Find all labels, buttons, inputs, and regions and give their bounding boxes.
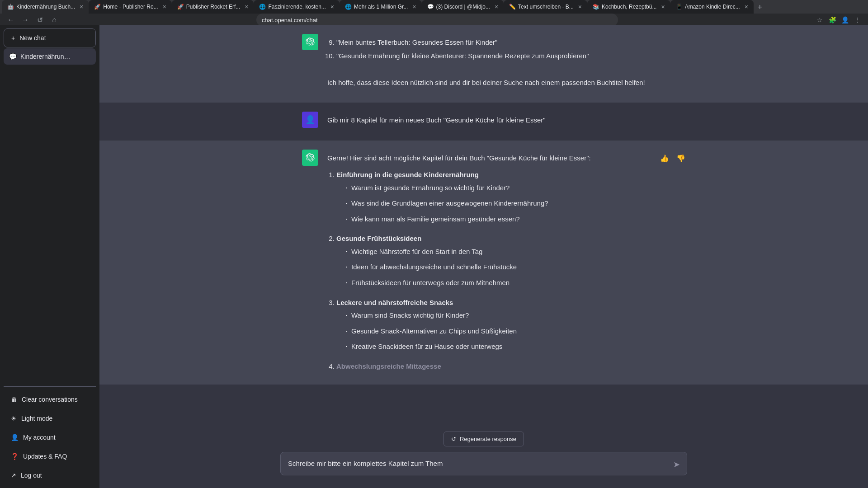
chapter-4: Abwechslungsreiche Mittagesse: [336, 361, 665, 372]
clear-icon: 🗑: [11, 396, 17, 403]
sidebar-bottom: 🗑 Clear conversations ☀ Light mode 👤 My …: [4, 386, 96, 484]
tab-publisher-home[interactable]: 🚀 Home - Publisher Ro... ×: [89, 0, 172, 14]
logout-icon: ↗: [11, 472, 16, 479]
tab-favicon-2: 🚀: [94, 4, 100, 10]
tab-title-7: Text umschreiben - B...: [518, 4, 574, 10]
tab-close-8[interactable]: ×: [661, 3, 665, 10]
refresh-button[interactable]: ↺: [34, 14, 45, 25]
tab-favicon-9: 📱: [676, 4, 682, 10]
tab-title-9: Amazon Kindle Direc...: [685, 4, 740, 10]
sidebar-item-updates[interactable]: ❓ Updates & FAQ: [4, 447, 96, 465]
new-chat-plus-icon: +: [11, 34, 15, 42]
send-icon: ➤: [673, 460, 680, 469]
tab-chatgpt[interactable]: 🤖 Kinderernährung Buch... ×: [2, 0, 89, 14]
message-row-prev-assistant: "Mein buntes Tellerbuch: Gesundes Essen …: [99, 25, 868, 103]
tab-close-5[interactable]: ×: [412, 3, 416, 10]
edit-chat-icon[interactable]: ✏: [77, 53, 82, 60]
user-message-content: Gib mir 8 Kapitel für mein neues Buch "G…: [327, 112, 665, 131]
message-row-user: 👤 Gib mir 8 Kapitel für mein neues Buch …: [99, 103, 868, 141]
back-button[interactable]: ←: [5, 14, 16, 25]
tab-close-7[interactable]: ×: [578, 3, 582, 10]
tab-close-4[interactable]: ×: [330, 3, 334, 10]
browser-toolbar: ← → ↺ ⌂ chat.openai.com/chat ☆ 🧩 👤 ⋮: [0, 14, 868, 26]
user-prompt-text: Gib mir 8 Kapitel für mein neues Buch "G…: [327, 114, 665, 126]
tab-favicon-8: 📚: [593, 4, 599, 10]
tab-favicon-7: ✏️: [509, 4, 515, 10]
toolbar-actions: ☆ 🧩 👤 ⋮: [815, 15, 863, 25]
tab-title-6: (3) Discord | @Midjo...: [436, 4, 490, 10]
new-chat-button[interactable]: + New chat: [4, 28, 96, 47]
chapter-3: Leckere und nährstoffreiche Snacks Warum…: [336, 297, 665, 353]
tab-favicon-chatgpt: 🤖: [7, 4, 14, 10]
updates-icon: ❓: [11, 453, 19, 460]
menu-icon[interactable]: ⋮: [853, 15, 863, 25]
tab-close-3[interactable]: ×: [245, 3, 248, 10]
clear-label: Clear conversations: [22, 396, 78, 403]
chat-icon: 💬: [9, 53, 17, 60]
regenerate-icon: ↺: [451, 436, 456, 442]
tab-discord[interactable]: 💬 (3) Discord | @Midjo... ×: [422, 0, 504, 14]
input-wrapper: ➤: [280, 452, 687, 478]
sidebar-spacer: [4, 66, 96, 385]
assistant-avatar-1: [302, 34, 318, 50]
sidebar-item-account[interactable]: 👤 My account: [4, 428, 96, 446]
tab-close-chatgpt[interactable]: ×: [80, 3, 83, 10]
list-item-10: "Gesunde Ernährung für kleine Abenteurer…: [336, 50, 665, 62]
assistant-message-content: Gerne! Hier sind acht mögliche Kapitel f…: [327, 150, 665, 376]
chat-item-kinderestudio[interactable]: 💬 Kinderernährung Buchti ✏ 🗑: [4, 48, 96, 65]
chapter-3-title: Leckere und nährstoffreiche Snacks: [336, 299, 453, 306]
tab-text[interactable]: ✏️ Text umschreiben - B... ×: [504, 0, 587, 14]
sidebar-item-light[interactable]: ☀ Light mode: [4, 409, 96, 427]
address-bar[interactable]: chat.openai.com/chat: [256, 14, 618, 26]
tab-faszinierende[interactable]: 🌐 Faszinierende, kosten... ×: [254, 0, 340, 14]
tab-kochbuch[interactable]: 📚 Kochbuch, Rezeptbü... ×: [587, 0, 670, 14]
bookmark-icon[interactable]: ☆: [815, 15, 825, 25]
regenerate-button[interactable]: ↺ Regenerate response: [443, 432, 524, 446]
tab-amazon[interactable]: 📱 Amazon Kindle Direc... ×: [670, 0, 754, 14]
sidebar-item-clear[interactable]: 🗑 Clear conversations: [4, 390, 96, 408]
prev-assistant-content: "Mein buntes Tellerbuch: Gesundes Essen …: [327, 34, 665, 94]
chapter-2-bullets: Wichtige Nährstoffe für den Start in den…: [345, 244, 665, 290]
light-mode-label: Light mode: [21, 415, 52, 422]
send-button[interactable]: ➤: [671, 458, 682, 471]
tab-favicon-5: 🌐: [345, 4, 351, 10]
tab-title-8: Kochbuch, Rezeptbü...: [602, 4, 656, 10]
tab-close-6[interactable]: ×: [495, 3, 498, 10]
extensions-icon[interactable]: 🧩: [827, 15, 837, 25]
new-chat-label: New chat: [19, 34, 46, 42]
list-item-9: "Mein buntes Tellerbuch: Gesundes Essen …: [336, 37, 665, 48]
user-avatar: 👤: [302, 112, 318, 128]
logout-label: Log out: [21, 472, 42, 479]
thumbs-down-button[interactable]: 👎: [675, 152, 687, 164]
tab-close-2[interactable]: ×: [163, 3, 166, 10]
tab-close-9[interactable]: ×: [745, 3, 748, 10]
profile-icon[interactable]: 👤: [840, 15, 850, 25]
chat-messages[interactable]: "Mein buntes Tellerbuch: Gesundes Essen …: [99, 25, 868, 424]
message-actions: 👍 👎: [658, 152, 687, 164]
chapter-1-bullets: Warum ist gesunde Ernährung so wichtig f…: [345, 181, 665, 226]
account-label: My account: [23, 434, 56, 441]
tab-million[interactable]: 🌐 Mehr als 1 Million Gr... ×: [340, 0, 422, 14]
chapter-2-title: Gesunde Frühstücksideen: [336, 235, 421, 242]
chapter-2-bullet-1: Wichtige Nährstoffe für den Start in den…: [345, 244, 665, 258]
tab-title-5: Mehr als 1 Million Gr...: [354, 4, 408, 10]
chat-input[interactable]: [280, 452, 687, 476]
assistant-avatar-2: [302, 150, 318, 166]
chapter-3-bullets: Warum sind Snacks wichtig für Kinder? Ge…: [345, 308, 665, 353]
tab-favicon-4: 🌐: [259, 4, 265, 10]
browser-chrome: 🤖 Kinderernährung Buch... × 🚀 Home - Pub…: [0, 0, 868, 25]
sidebar-item-logout[interactable]: ↗ Log out: [4, 466, 96, 484]
chapter-1-title: Einführung in die gesunde Kinderernährun…: [336, 171, 479, 178]
tab-publisher-rocket[interactable]: 🚀 Publisher Rocket Erf... ×: [172, 0, 254, 14]
new-tab-button[interactable]: +: [754, 1, 766, 14]
tab-title-3: Publisher Rocket Erf...: [186, 4, 240, 10]
chapter-4-title: Abwechslungsreiche Mittagesse: [336, 362, 441, 370]
chapter-2-bullet-3: Frühstücksideen für unterwegs oder zum M…: [345, 276, 665, 290]
delete-chat-icon[interactable]: 🗑: [84, 53, 90, 60]
tab-title-4: Faszinierende, kosten...: [268, 4, 326, 10]
forward-button[interactable]: →: [20, 14, 31, 25]
thumbs-up-button[interactable]: 👍: [658, 152, 671, 164]
chapter-2: Gesunde Frühstücksideen Wichtige Nährsto…: [336, 233, 665, 289]
account-icon: 👤: [11, 434, 19, 441]
home-button[interactable]: ⌂: [49, 14, 60, 25]
